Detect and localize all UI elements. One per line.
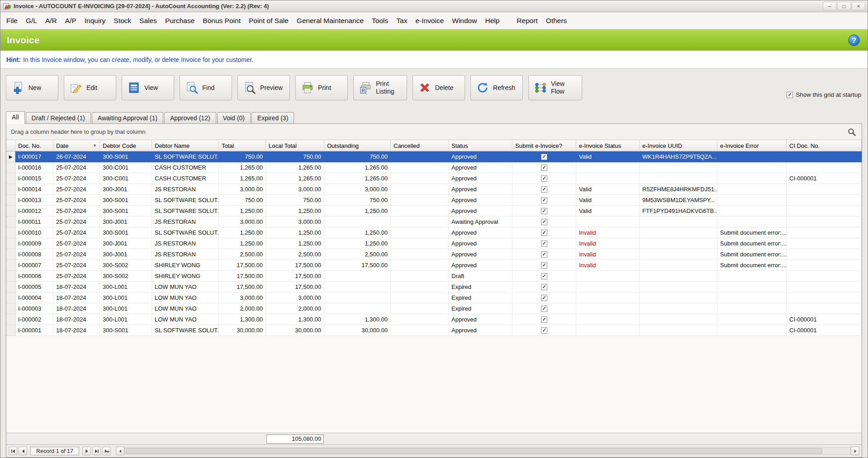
cell-outstanding[interactable]: 750.00 xyxy=(324,151,391,162)
cell-ci-doc-no[interactable] xyxy=(787,249,862,260)
menu-item-a-p[interactable]: A/P xyxy=(61,15,81,27)
cell-date[interactable]: 25-07-2024 xyxy=(53,195,100,206)
cell-total[interactable]: 1,265.00 xyxy=(219,173,266,184)
cell-status[interactable]: Expired xyxy=(449,303,512,314)
cell-doc[interactable]: I-000017 xyxy=(15,151,53,162)
cell-einvoice-status[interactable]: Invalid xyxy=(576,227,640,238)
cell-debtor-name[interactable]: JS RESTORAN xyxy=(152,238,219,249)
cell-cancelled[interactable] xyxy=(391,227,449,238)
help-icon[interactable]: ? xyxy=(848,34,860,47)
cell-debtor-code[interactable]: 300-L001 xyxy=(100,282,152,293)
table-row[interactable]: I-00001525-07-2024300-C001CASH CUSTOMER1… xyxy=(6,173,862,184)
submit-einvoice-checkbox[interactable]: ✓ xyxy=(541,327,547,334)
submit-einvoice-checkbox[interactable]: ✓ xyxy=(541,230,547,236)
cell-ci-doc-no[interactable] xyxy=(787,260,862,271)
cell-einvoice-status[interactable]: Valid xyxy=(576,151,640,162)
submit-einvoice-checkbox[interactable]: ✓ xyxy=(541,175,547,182)
cell-doc[interactable]: I-000001 xyxy=(15,325,53,336)
cell-date[interactable]: 25-07-2024 xyxy=(53,162,100,173)
submit-einvoice-checkbox[interactable]: ✓ xyxy=(541,273,547,279)
cell-local-total[interactable]: 2,000.00 xyxy=(266,303,324,314)
cell-date[interactable]: 25-07-2024 xyxy=(53,260,100,271)
menu-item-window[interactable]: Window xyxy=(448,15,481,27)
cell-cancelled[interactable] xyxy=(391,293,449,303)
close-button[interactable]: × xyxy=(852,2,865,10)
column-header-local-total[interactable]: Local Total xyxy=(266,140,324,151)
cell-debtor-code[interactable]: 300-S001 xyxy=(100,206,152,217)
cell-ci-doc-no[interactable] xyxy=(787,162,862,173)
cell-einvoice-status[interactable] xyxy=(576,162,640,173)
cell-ci-doc-no[interactable] xyxy=(787,184,862,195)
cell-submit-einvoice[interactable]: ✓ xyxy=(512,217,576,227)
tab-draft-rejected-1[interactable]: Draft / Rejected (1) xyxy=(26,112,91,123)
cell-debtor-code[interactable]: 300-S001 xyxy=(100,195,152,206)
cell-cancelled[interactable] xyxy=(391,271,449,282)
cell-status[interactable]: Draft xyxy=(449,271,512,282)
cell-submit-einvoice[interactable]: ✓ xyxy=(512,325,576,336)
cell-doc[interactable]: I-000010 xyxy=(15,227,53,238)
cell-debtor-code[interactable]: 300-J001 xyxy=(100,249,152,260)
cell-debtor-code[interactable]: 300-J001 xyxy=(100,238,152,249)
search-icon[interactable] xyxy=(847,127,856,137)
cell-date[interactable]: 25-07-2024 xyxy=(53,206,100,217)
submit-einvoice-checkbox[interactable]: ✓ xyxy=(541,241,547,247)
submit-einvoice-checkbox[interactable]: ✓ xyxy=(541,197,547,203)
menu-item-purchase[interactable]: Purchase xyxy=(161,15,199,27)
nav-prev-button[interactable] xyxy=(19,447,27,455)
cell-date[interactable]: 18-07-2024 xyxy=(53,314,100,325)
column-header-submit-e-invoice[interactable]: Submit e-Invoice? xyxy=(512,140,576,151)
cell-debtor-code[interactable]: 300-S002 xyxy=(100,260,152,271)
cell-total[interactable]: 17,500.00 xyxy=(219,260,266,271)
cell-ci-doc-no[interactable]: CI-000001 xyxy=(787,173,862,184)
cell-status[interactable]: Expired xyxy=(449,293,512,303)
cell-einvoice-status[interactable] xyxy=(576,314,640,325)
startup-checkbox-box[interactable]: ✓ xyxy=(787,92,793,98)
cell-outstanding[interactable]: 30,000.00 xyxy=(324,325,391,336)
submit-einvoice-checkbox[interactable]: ✓ xyxy=(541,316,547,323)
cell-debtor-name[interactable]: LOW MUN YAO xyxy=(152,293,219,303)
table-row[interactable]: I-00000825-07-2024300-J001JS RESTORAN2,5… xyxy=(6,249,862,260)
cell-cancelled[interactable] xyxy=(391,282,449,293)
cell-status[interactable]: Awaiting Approval xyxy=(449,217,512,227)
cell-outstanding[interactable]: 1,300.00 xyxy=(324,314,391,325)
cell-total[interactable]: 1,300.00 xyxy=(219,314,266,325)
cell-einvoice-uuid[interactable] xyxy=(640,271,717,282)
cell-total[interactable]: 17,500.00 xyxy=(219,271,266,282)
cell-total[interactable]: 1,250.00 xyxy=(219,206,266,217)
cell-einvoice-status[interactable]: Valid xyxy=(576,184,640,195)
column-header-e-invoice-status[interactable]: e-Invoice Status xyxy=(576,140,640,151)
cell-einvoice-error[interactable]: Submit document error:... xyxy=(717,227,787,238)
menu-item-file[interactable]: File xyxy=(2,15,22,27)
cell-submit-einvoice[interactable]: ✓ xyxy=(512,227,576,238)
tab-approved-12[interactable]: Approved (12) xyxy=(164,112,216,123)
column-header-ci-doc-no[interactable]: CI Doc. No. xyxy=(787,140,862,151)
cell-cancelled[interactable] xyxy=(391,162,449,173)
cell-local-total[interactable]: 1,250.00 xyxy=(266,227,324,238)
cell-submit-einvoice[interactable]: ✓ xyxy=(512,238,576,249)
cell-debtor-name[interactable]: JS RESTORAN xyxy=(152,249,219,260)
cell-einvoice-uuid[interactable]: FTF1PYD491HADKVG6TB... xyxy=(640,206,717,217)
cell-submit-einvoice[interactable]: ✓ xyxy=(512,184,576,195)
tab-all[interactable]: All xyxy=(6,111,25,124)
cell-debtor-name[interactable]: LOW MUN YAO xyxy=(152,303,219,314)
table-row[interactable]: I-00000625-07-2024300-S002SHIRLEY WONG17… xyxy=(6,271,862,282)
cell-ci-doc-no[interactable] xyxy=(787,293,862,303)
cell-einvoice-status[interactable]: Invalid xyxy=(576,249,640,260)
cell-local-total[interactable]: 1,300.00 xyxy=(266,314,324,325)
cell-debtor-name[interactable]: LOW MUN YAO xyxy=(152,314,219,325)
cell-cancelled[interactable] xyxy=(391,314,449,325)
submit-einvoice-checkbox[interactable]: ✓ xyxy=(541,306,547,312)
nav-first-button[interactable] xyxy=(9,447,17,455)
cell-total[interactable]: 3,000.00 xyxy=(219,184,266,195)
cell-status[interactable]: Approved xyxy=(449,314,512,325)
cell-einvoice-error[interactable] xyxy=(717,303,787,314)
cell-status[interactable]: Approved xyxy=(449,206,512,217)
cell-submit-einvoice[interactable]: ✓ xyxy=(512,282,576,293)
hscroll-thumb[interactable] xyxy=(126,448,822,454)
cell-date[interactable]: 25-07-2024 xyxy=(53,184,100,195)
cell-status[interactable]: Approved xyxy=(449,227,512,238)
cell-einvoice-error[interactable] xyxy=(717,293,787,303)
view-button[interactable]: View xyxy=(122,75,174,100)
cell-local-total[interactable]: 3,000.00 xyxy=(266,293,324,303)
menu-item-report[interactable]: Report xyxy=(512,15,542,27)
